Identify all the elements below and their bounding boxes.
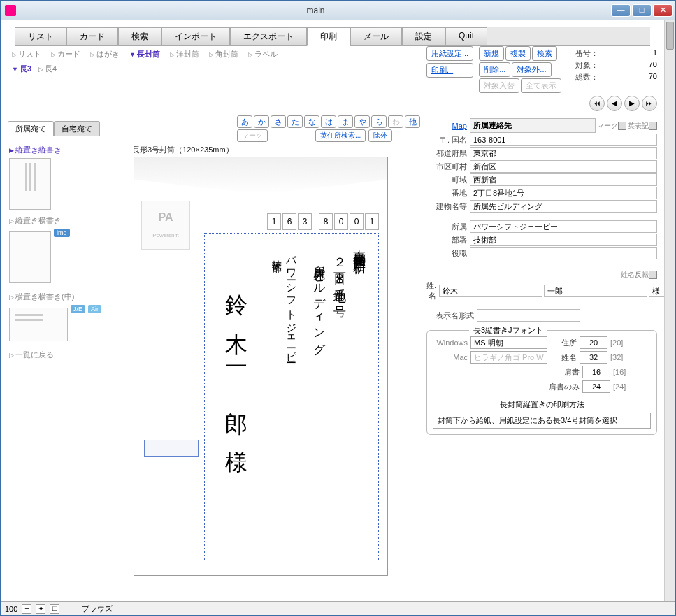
kana-ら[interactable]: ら — [371, 115, 387, 128]
font-mac-input[interactable] — [470, 351, 547, 364]
layout-vert-vert[interactable]: 縦置き縦書き — [9, 145, 125, 155]
city-label: 市区町村 — [426, 162, 470, 172]
map-link[interactable]: Map — [452, 122, 467, 130]
close-button[interactable]: ✕ — [653, 4, 673, 17]
town-input[interactable] — [470, 173, 657, 186]
sizetab-長3[interactable]: 長3 — [12, 64, 31, 74]
toolbar-Quit[interactable]: Quit — [445, 27, 487, 45]
subtab-はがき[interactable]: はがき — [90, 49, 120, 59]
stat-target-label: 対象： — [575, 60, 610, 71]
subtab-ラベル[interactable]: ラベル — [248, 49, 278, 59]
mark-checkbox[interactable] — [618, 122, 626, 130]
new-button[interactable]: 新規 — [479, 46, 504, 61]
bldg-input[interactable] — [470, 200, 657, 213]
thumb-vert-vert[interactable] — [9, 158, 51, 210]
env-addr-line2: ２丁目８番地１号 — [331, 248, 348, 297]
contact-header: 所属連絡先 — [470, 118, 596, 133]
toolbar-メール[interactable]: メール — [350, 27, 402, 45]
subtab-洋封筒[interactable]: 洋封筒 — [170, 49, 199, 59]
zoom-fit-button[interactable]: ✦ — [36, 604, 45, 614]
kana-た[interactable]: た — [287, 115, 303, 128]
kana-や[interactable]: や — [354, 115, 370, 128]
back-to-list[interactable]: 一覧に戻る — [9, 350, 125, 360]
toolbar-設定[interactable]: 設定 — [402, 27, 445, 45]
subtab-角封筒[interactable]: 角封筒 — [209, 49, 238, 59]
delete-button[interactable]: 削除... — [479, 62, 510, 77]
size-tabs: 長3長4 — [8, 62, 419, 76]
size-kata-input[interactable] — [582, 366, 610, 378]
kana-な[interactable]: な — [304, 115, 319, 128]
exclude-button[interactable]: 対象外... — [512, 62, 551, 77]
print-button[interactable]: 印刷... — [426, 63, 473, 78]
subtab-リスト[interactable]: リスト — [12, 49, 41, 59]
kana-ま[interactable]: ま — [338, 115, 353, 128]
sizetab-長4[interactable]: 長4 — [38, 64, 57, 74]
dept-input[interactable] — [470, 234, 657, 246]
nav-prev-button[interactable]: ◀ — [607, 96, 622, 111]
main-toolbar: リストカード検索インポートエクスポート印刷メール設定Quit — [15, 27, 650, 46]
nav-last-button[interactable]: ⏭ — [642, 96, 657, 111]
postal-digit-6: 1 — [365, 213, 379, 230]
kana-わ[interactable]: わ — [388, 115, 403, 128]
showall-button[interactable]: 全て表示 — [521, 78, 561, 93]
bldg-label: 建物名等 — [426, 201, 470, 212]
size-kataonly-label: 肩書のみ — [543, 382, 580, 392]
thumb-horiz-horiz[interactable] — [9, 308, 68, 341]
zoom-out-button[interactable]: − — [22, 604, 31, 614]
city-input[interactable] — [470, 160, 657, 173]
size-name-input[interactable] — [580, 351, 607, 364]
street-input[interactable] — [470, 187, 657, 199]
exclude-action-button[interactable]: 除外 — [368, 129, 392, 142]
toolbar-インポート[interactable]: インポート — [161, 27, 230, 45]
kana-さ[interactable]: さ — [271, 115, 286, 128]
size-addr-input[interactable] — [580, 336, 607, 349]
kana-か[interactable]: か — [254, 115, 269, 128]
postal-digit-3: 8 — [319, 213, 333, 230]
duplicate-button[interactable]: 複製 — [505, 46, 531, 61]
paper-settings-button[interactable]: 用紙設定... — [426, 46, 473, 61]
nameflip-checkbox[interactable] — [649, 271, 657, 279]
nav-first-button[interactable]: ⏮ — [589, 96, 605, 111]
eng-checkbox[interactable] — [649, 122, 657, 130]
maximize-button[interactable]: □ — [632, 4, 652, 17]
kana-は[interactable]: は — [321, 115, 336, 128]
layout-horiz-horiz[interactable]: 横置き横書き(中) — [9, 292, 125, 302]
toolbar-印刷[interactable]: 印刷 — [307, 27, 350, 46]
zoom-in-button[interactable]: □ — [50, 604, 59, 614]
stat-number-value: 1 — [622, 48, 657, 59]
postal-digit-4: 0 — [334, 213, 348, 230]
nav-next-button[interactable]: ▶ — [624, 96, 640, 111]
givenname-input[interactable] — [544, 285, 647, 297]
stamp-area: PA Powershift — [141, 201, 190, 250]
size-kataonly-input[interactable] — [582, 380, 610, 393]
eng-addr-search-button[interactable]: 英住所検索... — [315, 129, 366, 142]
kana-他[interactable]: 他 — [405, 115, 420, 128]
surname-input[interactable] — [439, 285, 542, 297]
vertical-scrollbar[interactable] — [664, 20, 675, 601]
toolbar-エクスポート[interactable]: エクスポート — [230, 27, 307, 45]
toolbar-検索[interactable]: 検索 — [118, 27, 161, 45]
kana-あ[interactable]: あ — [237, 115, 252, 128]
honorific-input[interactable] — [649, 285, 664, 297]
tab-work-address[interactable]: 所属宛て — [8, 121, 54, 136]
font-win-input[interactable] — [470, 336, 547, 349]
layout-vert-horiz[interactable]: 縦置き横書き — [9, 215, 125, 226]
pref-label: 都道府県 — [426, 148, 470, 159]
thumb-vert-horiz[interactable] — [9, 231, 51, 283]
postal-input[interactable] — [470, 134, 657, 146]
env-addr-line3: 所属先ビルディング — [311, 257, 327, 350]
org-input[interactable] — [470, 220, 657, 233]
minimize-button[interactable]: — — [611, 4, 631, 17]
title-label: 役職 — [426, 248, 470, 259]
subtab-カード[interactable]: カード — [51, 49, 80, 59]
search-button[interactable]: 検索 — [532, 46, 557, 61]
subtab-長封筒[interactable]: 長封筒 — [129, 49, 160, 59]
toolbar-カード[interactable]: カード — [66, 27, 118, 45]
toolbar-リスト[interactable]: リスト — [15, 27, 66, 45]
swap-button[interactable]: 対象入替 — [479, 78, 519, 93]
tab-home-address[interactable]: 自宅宛て — [54, 121, 100, 136]
mark-button[interactable]: マーク — [237, 129, 268, 142]
display-format-input[interactable] — [477, 309, 580, 322]
title-input[interactable] — [470, 247, 657, 259]
pref-input[interactable] — [470, 147, 657, 159]
